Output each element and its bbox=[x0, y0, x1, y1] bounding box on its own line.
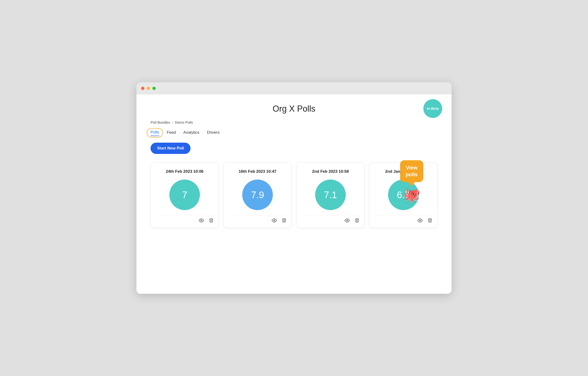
poll-card-0: 24th Feb 2023 10:06 7 bbox=[150, 162, 219, 228]
poll-card-3: 2nd Jan 2023 10:58 6.7 bbox=[369, 162, 438, 228]
page-title: Org X Polls bbox=[150, 104, 438, 114]
poll-actions-0 bbox=[155, 216, 214, 223]
in-beta-badge: In Beta bbox=[423, 99, 442, 118]
poll-actions-3 bbox=[374, 216, 433, 223]
svg-point-1 bbox=[274, 220, 275, 221]
poll-date-0: 24th Feb 2023 10:06 bbox=[166, 169, 204, 174]
delete-icon-1[interactable] bbox=[281, 218, 287, 223]
tab-drivers[interactable]: Drivers bbox=[207, 130, 220, 136]
poll-actions-1 bbox=[228, 216, 287, 223]
svg-point-2 bbox=[346, 220, 348, 221]
close-dot[interactable] bbox=[141, 87, 144, 90]
poll-date-2: 2nd Feb 2023 10:58 bbox=[312, 169, 349, 174]
poll-actions-2 bbox=[301, 216, 360, 223]
poll-score-0: 7 bbox=[169, 179, 200, 210]
minimize-dot[interactable] bbox=[147, 87, 150, 90]
delete-icon-3[interactable] bbox=[427, 218, 433, 223]
breadcrumb-demo-polls[interactable]: Demo Polls bbox=[175, 120, 193, 124]
breadcrumb: Poll Bundles / Demo Polls bbox=[150, 120, 438, 124]
view-icon-2[interactable] bbox=[345, 218, 350, 223]
tabs-container: Polls Feed Analytics Drivers bbox=[150, 130, 438, 136]
svg-point-0 bbox=[201, 220, 202, 221]
start-new-poll-button[interactable]: Start New Poll bbox=[150, 143, 191, 154]
poll-score-3: 6.7 bbox=[388, 179, 419, 210]
breadcrumb-separator: / bbox=[172, 120, 173, 124]
view-icon-0[interactable] bbox=[199, 218, 204, 223]
delete-icon-2[interactable] bbox=[354, 218, 360, 223]
poll-score-2: 7.1 bbox=[315, 179, 346, 210]
tab-analytics[interactable]: Analytics bbox=[183, 130, 199, 136]
delete-icon-0[interactable] bbox=[209, 218, 214, 223]
tab-polls[interactable]: Polls bbox=[150, 130, 159, 136]
poll-card-2: 2nd Feb 2023 10:58 7.1 bbox=[296, 162, 364, 228]
view-icon-1[interactable] bbox=[272, 218, 277, 223]
browser-window: In Beta Viewpolls 🐙 Org X Polls Poll Bun… bbox=[136, 82, 452, 294]
browser-content: In Beta Viewpolls 🐙 Org X Polls Poll Bun… bbox=[136, 94, 452, 294]
poll-date-1: 16th Feb 2023 10:47 bbox=[239, 169, 277, 174]
tab-feed[interactable]: Feed bbox=[167, 130, 176, 136]
poll-date-3: 2nd Jan 2023 10:58 bbox=[385, 169, 422, 174]
poll-score-1: 7.9 bbox=[242, 179, 273, 210]
breadcrumb-poll-bundles[interactable]: Poll Bundles bbox=[150, 120, 170, 124]
maximize-dot[interactable] bbox=[152, 87, 156, 90]
poll-card-1: 16th Feb 2023 10:47 7.9 bbox=[224, 162, 292, 228]
polls-grid: 24th Feb 2023 10:06 7 bbox=[150, 162, 438, 228]
view-icon-3[interactable] bbox=[417, 218, 423, 223]
browser-topbar bbox=[136, 82, 452, 94]
svg-point-3 bbox=[419, 220, 421, 221]
